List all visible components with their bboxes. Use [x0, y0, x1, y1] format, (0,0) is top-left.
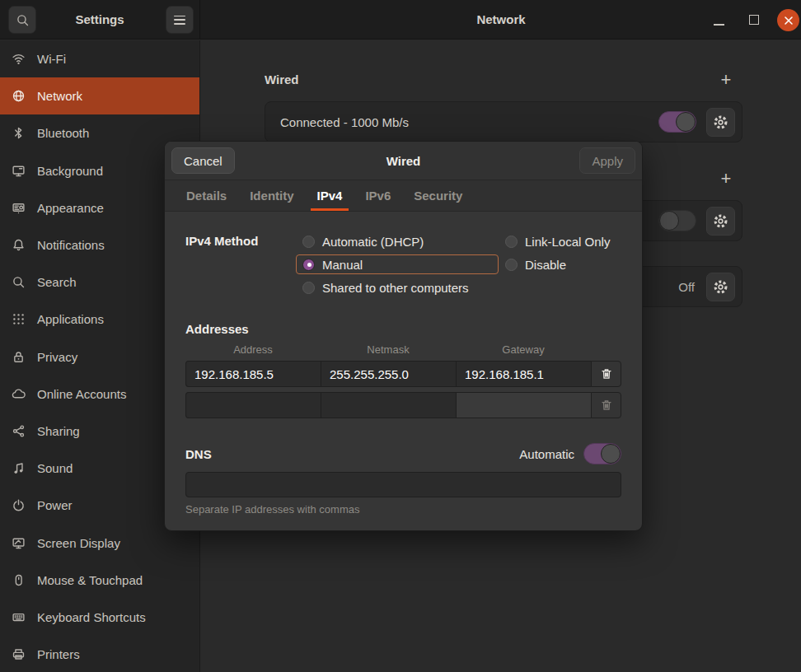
- lock-icon: [12, 350, 26, 364]
- bluetooth-icon: [12, 126, 26, 140]
- headerbar-left: Settings: [0, 0, 200, 39]
- music-note-icon: [12, 461, 26, 475]
- hamburger-icon: [174, 16, 185, 25]
- gear-icon: [713, 213, 728, 229]
- proxy-settings-button[interactable]: [706, 273, 735, 301]
- add-wired-connection-button[interactable]: +: [716, 70, 736, 90]
- bell-icon: [12, 238, 26, 252]
- addresses-section-title: Addresses: [185, 322, 621, 336]
- cancel-button[interactable]: Cancel: [171, 147, 235, 174]
- headerbar: Settings Network: [0, 0, 801, 40]
- address-column-header: Address: [185, 343, 321, 356]
- netmask-input[interactable]: [321, 392, 456, 418]
- dialog-tabs: Details Identity IPv4 IPv6 Security: [165, 180, 642, 212]
- radio-manual[interactable]: Manual: [296, 254, 499, 274]
- cloud-icon: [12, 387, 26, 401]
- sidebar-item-wifi[interactable]: Wi-Fi: [0, 40, 199, 77]
- netmask-input[interactable]: [321, 361, 456, 387]
- search-button[interactable]: [8, 6, 36, 34]
- sidebar-item-label: Bluetooth: [37, 126, 89, 140]
- display-icon: [12, 536, 26, 550]
- mouse-icon: [12, 573, 26, 587]
- trash-icon: [600, 399, 613, 412]
- tab-details[interactable]: Details: [180, 180, 233, 211]
- wired-section-title: Wired: [265, 72, 299, 86]
- radio-icon: [505, 259, 518, 271]
- wifi-icon: [12, 52, 26, 66]
- wired-settings-button[interactable]: [706, 108, 735, 137]
- radio-label: Disable: [525, 258, 566, 272]
- delete-address-button-disabled[interactable]: [591, 392, 621, 418]
- apply-button[interactable]: Apply: [579, 147, 635, 174]
- address-input[interactable]: [185, 392, 321, 418]
- netmask-column-header: Netmask: [321, 343, 456, 356]
- dns-input[interactable]: [185, 472, 621, 497]
- ipv4-method-group: IPv4 Method Automatic (DHCP) Manual Shar…: [185, 231, 621, 301]
- method-column-1: Automatic (DHCP) Manual Shared to other …: [296, 231, 499, 301]
- sidebar-item-mouse-touchpad[interactable]: Mouse & Touchpad: [0, 562, 199, 599]
- radio-disable[interactable]: Disable: [499, 254, 621, 274]
- radio-icon: [505, 236, 518, 248]
- sidebar-item-keyboard-shortcuts[interactable]: Keyboard Shortcuts: [0, 599, 199, 636]
- background-row-toggle[interactable]: [658, 210, 696, 231]
- address-row-empty: [185, 392, 621, 418]
- dns-section: DNS Automatic: [185, 443, 621, 464]
- background-row-settings-button[interactable]: [706, 207, 735, 236]
- sidebar-item-label: Applications: [37, 312, 104, 326]
- toggle-knob: [601, 444, 621, 464]
- dns-section-title: DNS: [185, 447, 212, 461]
- sidebar-item-label: Sound: [37, 461, 73, 475]
- dns-automatic-label: Automatic: [519, 447, 574, 461]
- tab-identity[interactable]: Identity: [243, 180, 300, 211]
- gateway-column-header: Gateway: [456, 343, 591, 356]
- sidebar-item-network[interactable]: Network: [0, 77, 199, 114]
- gateway-input[interactable]: [456, 361, 591, 387]
- dns-automatic-toggle[interactable]: [583, 443, 621, 464]
- ipv4-panel: IPv4 Method Automatic (DHCP) Manual Shar…: [165, 212, 642, 516]
- radio-label: Link-Local Only: [525, 235, 610, 249]
- wired-connection-row: Connected - 1000 Mb/s: [265, 101, 742, 142]
- method-column-2: Link-Local Only Disable: [499, 231, 621, 301]
- radio-shared[interactable]: Shared to other computers: [296, 278, 499, 297]
- delete-address-button[interactable]: [591, 361, 621, 387]
- appearance-icon: [12, 201, 26, 215]
- background-icon: [12, 164, 26, 178]
- radio-automatic-dhcp[interactable]: Automatic (DHCP): [296, 231, 499, 251]
- app-grid-icon: [12, 312, 26, 326]
- sidebar-item-label: Sharing: [37, 424, 80, 438]
- toggle-knob: [676, 112, 696, 132]
- search-icon: [16, 13, 30, 27]
- minimize-icon[interactable]: [714, 24, 724, 26]
- tab-security[interactable]: Security: [407, 180, 469, 211]
- radio-checked-icon: [302, 259, 315, 271]
- toggle-knob: [659, 211, 679, 231]
- sidebar-item-label: Appearance: [37, 201, 104, 215]
- addresses-column-headers: Address Netmask Gateway: [185, 343, 621, 356]
- menu-button[interactable]: [166, 6, 194, 34]
- gear-icon: [713, 279, 728, 295]
- radio-icon: [302, 236, 315, 248]
- wired-toggle[interactable]: [658, 111, 696, 133]
- network-globe-icon: [12, 89, 26, 103]
- sidebar-item-label: Power: [37, 498, 73, 512]
- sidebar-item-label: Printers: [37, 647, 80, 661]
- sidebar-item-label: Mouse & Touchpad: [37, 573, 143, 587]
- sidebar-item-label: Screen Display: [37, 536, 120, 550]
- sidebar-item-label: Search: [37, 275, 77, 289]
- radio-link-local[interactable]: Link-Local Only: [499, 231, 621, 251]
- add-vpn-button[interactable]: +: [716, 169, 736, 189]
- maximize-icon[interactable]: [749, 15, 759, 25]
- tab-ipv4[interactable]: IPv4: [311, 180, 349, 211]
- wired-status: Connected - 1000 Mb/s: [280, 115, 409, 129]
- close-icon[interactable]: [777, 9, 799, 31]
- headerbar-right: Network: [201, 0, 801, 39]
- gateway-input[interactable]: [456, 392, 591, 418]
- search-icon: [12, 275, 26, 289]
- ipv4-method-label: IPv4 Method: [185, 231, 296, 301]
- sidebar-item-label: Keyboard Shortcuts: [37, 610, 146, 624]
- sidebar-item-label: Notifications: [37, 238, 105, 252]
- sidebar-item-printers[interactable]: Printers: [0, 636, 199, 672]
- address-input[interactable]: [185, 361, 321, 387]
- tab-ipv6[interactable]: IPv6: [358, 180, 397, 211]
- sidebar-item-label: Online Accounts: [37, 387, 126, 401]
